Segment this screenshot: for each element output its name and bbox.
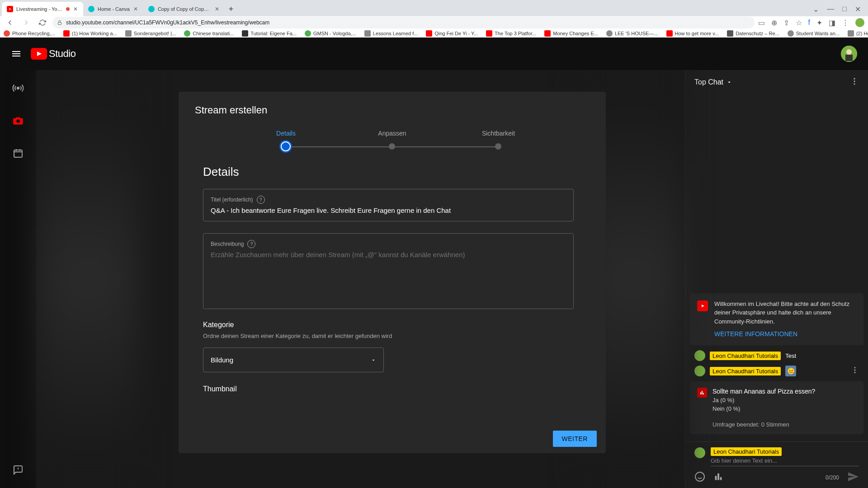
- system-message: Willkommen im Livechat! Bitte achte auf …: [690, 293, 863, 346]
- category-description: Ordne deinen Stream einer Kategorie zu, …: [203, 333, 581, 339]
- tab-bar: Livestreaming - YouTube S ✕ Home - Canva…: [0, 0, 868, 16]
- forward-button[interactable]: [20, 16, 33, 29]
- window-controls: ⌄ — □ ✕: [813, 5, 866, 14]
- poll-option: Nein (0 %): [712, 405, 815, 412]
- tab[interactable]: Copy of Copy of Copy of Cop ✕: [143, 2, 225, 16]
- close-icon[interactable]: ✕: [132, 6, 139, 12]
- category-select[interactable]: Bildung: [203, 347, 384, 372]
- chevron-down-icon[interactable]: ⌄: [813, 5, 819, 14]
- zoom-icon[interactable]: ⊕: [771, 19, 777, 27]
- side-panel-icon[interactable]: ◨: [829, 19, 835, 27]
- preview-area: Stream erstellen Details Anpassen Sicht: [36, 70, 685, 488]
- url-input[interactable]: studio.youtube.com/channel/UC1a5FWVn0gUk…: [52, 17, 755, 28]
- app-header: Studio: [0, 38, 868, 70]
- svg-point-9: [16, 119, 20, 123]
- camera-icon[interactable]: ▭: [758, 19, 765, 27]
- bookmark[interactable]: GMSN - Vologda,...: [305, 30, 356, 37]
- bookmark[interactable]: Lessons Learned f...: [364, 30, 418, 37]
- sidebar: [0, 70, 36, 488]
- chat-author-badge[interactable]: Leon Chaudhari Tutorials: [710, 352, 781, 360]
- new-tab-button[interactable]: +: [225, 3, 237, 15]
- sidebar-item-feedback[interactable]: [8, 460, 28, 480]
- description-input[interactable]: [211, 251, 566, 300]
- modal-body[interactable]: Details Titel (erforderlich) ? Beschreib…: [179, 156, 606, 424]
- next-button[interactable]: WEITER: [553, 431, 597, 447]
- bookmark[interactable]: Chinese translati...: [184, 30, 234, 37]
- section-title: Details: [203, 165, 581, 179]
- facebook-ext-icon[interactable]: f: [808, 19, 810, 27]
- account-avatar[interactable]: [841, 46, 857, 62]
- svg-point-12: [854, 80, 855, 82]
- bookmark[interactable]: Tutorial: Eigene Fa...: [242, 30, 297, 37]
- bookmarks-bar: Phone Recycling,... (1) How Working a...…: [0, 29, 868, 38]
- chat-header: Top Chat: [685, 70, 868, 94]
- step-details[interactable]: Details: [233, 130, 339, 151]
- close-icon[interactable]: ✕: [72, 6, 79, 12]
- minimize-icon[interactable]: —: [827, 5, 834, 14]
- bookmark[interactable]: (2) How To Add A...: [848, 30, 868, 37]
- create-stream-modal: Stream erstellen Details Anpassen Sicht: [179, 92, 606, 453]
- close-icon[interactable]: ✕: [214, 6, 220, 12]
- user-avatar[interactable]: [694, 366, 705, 376]
- step-customize[interactable]: Anpassen: [340, 130, 445, 151]
- svg-rect-19: [703, 393, 704, 395]
- bookmark[interactable]: Student Wants an...: [788, 30, 840, 37]
- profile-avatar[interactable]: [855, 18, 864, 27]
- more-icon: [850, 77, 859, 86]
- close-window-icon[interactable]: ✕: [855, 5, 861, 14]
- emoji-picker-button[interactable]: [694, 471, 705, 484]
- help-icon[interactable]: ?: [247, 240, 255, 248]
- stepper: Details Anpassen Sichtbarkeit: [179, 120, 606, 156]
- chat-input[interactable]: [711, 457, 859, 466]
- tab-active[interactable]: Livestreaming - YouTube S ✕: [2, 2, 83, 16]
- svg-point-13: [854, 83, 855, 84]
- bookmark[interactable]: (1) How Working a...: [63, 30, 117, 37]
- svg-point-16: [854, 372, 856, 373]
- reload-button[interactable]: [36, 16, 49, 29]
- title-field[interactable]: Titel (erforderlich) ?: [203, 189, 574, 221]
- chat-author-badge[interactable]: Leon Chaudhari Tutorials: [710, 367, 781, 375]
- title-input[interactable]: [211, 206, 566, 214]
- chat-author-badge: Leon Chaudhari Tutorials: [711, 447, 782, 456]
- sidebar-item-stream[interactable]: [8, 78, 28, 98]
- chat-messages[interactable]: Willkommen im Livechat! Bitte achte auf …: [685, 94, 868, 441]
- help-icon[interactable]: ?: [257, 196, 265, 204]
- svg-rect-21: [715, 476, 717, 480]
- chat-mode-selector[interactable]: Top Chat: [694, 78, 732, 86]
- more-info-link[interactable]: WEITERE INFORMATIONEN: [714, 329, 797, 339]
- bookmark[interactable]: Datenschutz – Re...: [727, 30, 779, 37]
- chat-menu-button[interactable]: [850, 77, 859, 88]
- step-visibility[interactable]: Sichtbarkeit: [446, 130, 551, 151]
- feedback-icon: [13, 465, 24, 475]
- youtube-studio-logo[interactable]: Studio: [31, 48, 75, 60]
- svg-rect-18: [702, 391, 703, 394]
- maximize-icon[interactable]: □: [842, 5, 847, 14]
- poll-button[interactable]: [713, 472, 723, 483]
- bookmark[interactable]: How to get more v...: [666, 30, 719, 37]
- bookmark[interactable]: LEE 'S HOUSE—...: [606, 30, 658, 37]
- bookmark[interactable]: Money Changes E...: [544, 30, 598, 37]
- stage: Stream erstellen Details Anpassen Sicht: [36, 70, 868, 488]
- back-button[interactable]: [4, 16, 16, 29]
- message-menu[interactable]: [851, 366, 859, 376]
- extensions-icon[interactable]: ✦: [816, 19, 822, 27]
- bookmark[interactable]: Sonderangebot! |...: [125, 30, 176, 37]
- hamburger-menu[interactable]: [11, 48, 22, 59]
- app: Studio Stre: [0, 38, 868, 488]
- youtube-icon: [31, 48, 47, 60]
- user-avatar[interactable]: [694, 350, 705, 361]
- bookmark[interactable]: Phone Recycling,...: [4, 30, 55, 37]
- share-icon[interactable]: ⇪: [783, 19, 789, 27]
- star-icon[interactable]: ☆: [796, 19, 802, 27]
- tab[interactable]: Home - Canva ✕: [83, 2, 143, 16]
- bookmark[interactable]: Qing Fei De Yi - Y...: [426, 30, 478, 37]
- description-field[interactable]: Beschreibung ?: [203, 233, 574, 309]
- svg-point-2: [148, 6, 155, 12]
- step-dot-icon: [281, 141, 291, 151]
- sidebar-item-manage[interactable]: [8, 143, 28, 163]
- emoji-icon: [694, 471, 705, 482]
- sidebar-item-webcam[interactable]: [8, 111, 28, 131]
- bookmark[interactable]: The Top 3 Platfor...: [486, 30, 536, 37]
- send-button[interactable]: [847, 471, 859, 484]
- browser-menu-icon[interactable]: ⋮: [842, 19, 849, 27]
